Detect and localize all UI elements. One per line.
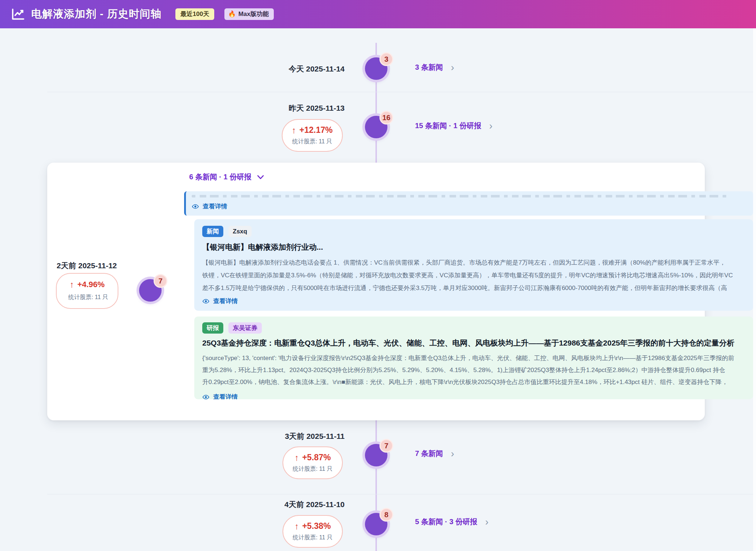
entry-link-label: 5 条新闻 · 3 份研报 — [415, 517, 477, 527]
change-row: ↑ +12.17% — [292, 125, 333, 135]
timeline-node[interactable]: 3 — [365, 57, 387, 80]
card-body-line: 铁锂，VC在铁锂里面的添加量是3.5%-6%（特别是储能，对循环充放电次数要求更… — [202, 269, 744, 282]
eye-icon — [202, 393, 210, 400]
date-range-badge: 最近100天 — [175, 8, 214, 20]
change-row: ↑ +5.87% — [293, 453, 333, 462]
entry-link-label: 7 条新闻 — [415, 449, 443, 458]
count-badge: 3 — [379, 52, 393, 66]
timeline-page: 电解液添加剂 - 历史时间轴 最近100天 🔥 Max版功能 今天 2025-1… — [0, 0, 756, 551]
timeline-node[interactable]: 8 — [365, 513, 387, 535]
page-title: 电解液添加剂 - 历史时间轴 — [31, 7, 162, 21]
chevron-right-icon: › — [485, 518, 488, 526]
timeline-node[interactable]: 16 — [365, 116, 387, 138]
news-card: 新闻 Zsxq 【银河电新】电解液添加剂行业动... 【银河电新】电解液添加剂行… — [194, 219, 753, 311]
card-title: 25Q3基金持仓深度：电新重仓Q3总体上升，电动车、光伏、储能、工控、电网、风电… — [202, 338, 744, 348]
change-pill: ↑ +12.17% 统计股票: 11 只 — [282, 119, 343, 152]
eye-icon — [192, 203, 199, 210]
entry-summary-label: 6 条新闻 · 1 份研报 — [189, 172, 251, 182]
chevron-right-icon: › — [451, 450, 454, 457]
entry-date: 4天前 2025-11-10 — [284, 499, 345, 510]
entry-news-link[interactable]: 5 条新闻 · 3 份研报 › — [415, 517, 488, 527]
change-percent: +4.96% — [77, 280, 105, 289]
source-tag: Zsxq — [228, 226, 252, 237]
entry-date: 2天前 2025-11-12 — [57, 261, 117, 271]
card-title: 【银河电新】电解液添加剂行业动... — [202, 242, 744, 252]
divider — [47, 92, 753, 92]
count-badge: 16 — [379, 111, 393, 125]
stats-text: 统计股票: 11 只 — [293, 465, 333, 473]
arrow-up-icon: ↑ — [294, 522, 299, 531]
stats-text: 统计股票: 11 只 — [293, 534, 333, 542]
entry-summary-toggle[interactable]: 6 条新闻 · 1 份研报 — [189, 172, 264, 182]
report-card: 研报 东吴证券 25Q3基金持仓深度：电新重仓Q3总体上升，电动车、光伏、储能、… — [194, 317, 753, 399]
change-row: ↑ +4.96% — [66, 280, 108, 289]
max-feature-label: Max版功能 — [238, 11, 269, 18]
max-feature-badge: 🔥 Max版功能 — [224, 8, 274, 20]
timeline-node[interactable]: 7 — [139, 279, 162, 302]
view-details-label: 查看详情 — [203, 202, 227, 211]
card-body-line: 重为5.28%，环比上升1.13pct。2024Q3-2025Q3持仓比例分别为… — [202, 364, 744, 376]
clipped-text-row — [192, 195, 731, 197]
broker-tag: 东吴证券 — [228, 322, 262, 334]
change-pill: ↑ +5.38% 统计股票: 11 只 — [283, 515, 343, 548]
arrow-up-icon: ↑ — [294, 453, 299, 462]
card-body-line: 差不多1.5万吨是给宁德保供的，只有5000吨在市场进行流通，宁德也还要外采3.… — [202, 282, 744, 294]
entry-date: 今天 2025-11-14 — [289, 64, 345, 74]
report-tag: 研报 — [202, 322, 223, 334]
card-body-line: 升0.29pct至2.00%，钠电池、复合集流体上涨。\r\n■新能源：光伏、风… — [202, 376, 744, 388]
chevron-down-icon — [257, 175, 264, 179]
scrollbar-track[interactable] — [753, 28, 756, 551]
arrow-up-icon: ↑ — [292, 126, 296, 135]
timeline-node[interactable]: 7 — [365, 444, 387, 466]
card-body-line: 【银河电新】电解液添加剂行业动态电话会要点 1、供需情况：VC当前供需很紧，头部… — [202, 256, 744, 269]
entry-link-label: 15 条新闻 · 1 份研报 — [415, 121, 481, 131]
count-badge: 7 — [154, 274, 167, 288]
count-badge: 8 — [379, 508, 393, 522]
entry-news-link[interactable]: 7 条新闻 › — [415, 449, 454, 458]
count-badge: 7 — [379, 439, 393, 453]
arrow-up-icon: ↑ — [70, 280, 74, 289]
news-card-clipped: 查看详情 — [184, 191, 753, 216]
entry-date: 3天前 2025-11-11 — [285, 431, 345, 441]
entry-news-link[interactable]: 15 条新闻 · 1 份研报 › — [415, 121, 492, 131]
fire-icon: 🔥 — [228, 11, 236, 18]
change-pill: ↑ +5.87% 统计股票: 11 只 — [283, 446, 343, 479]
card-tags: 研报 东吴证券 — [202, 322, 744, 334]
stats-text: 统计股票: 11 只 — [292, 138, 333, 146]
change-percent: +5.87% — [302, 453, 331, 462]
view-details-link[interactable]: 查看详情 — [202, 297, 744, 305]
entry-link-label: 3 条新闻 — [415, 62, 443, 72]
card-body-line: {'sourceType': 13, 'content': '电力设备行业深度报… — [202, 352, 744, 364]
view-details-link[interactable]: 查看详情 — [192, 202, 753, 211]
stats-text: 统计股票: 11 只 — [66, 292, 108, 302]
card-tags: 新闻 Zsxq — [202, 226, 744, 237]
change-row: ↑ +5.38% — [293, 521, 333, 531]
app-header: 电解液添加剂 - 历史时间轴 最近100天 🔥 Max版功能 — [0, 0, 756, 28]
eye-icon — [202, 298, 210, 305]
entry-news-link[interactable]: 3 条新闻 › — [415, 62, 454, 72]
chevron-right-icon: › — [489, 122, 492, 130]
change-percent: +5.38% — [302, 521, 331, 531]
view-details-label: 查看详情 — [213, 393, 238, 399]
change-pill: ↑ +4.96% 统计股票: 11 只 — [56, 273, 118, 309]
view-details-link[interactable]: 查看详情 — [202, 393, 744, 399]
change-percent: +12.17% — [300, 125, 333, 135]
entry-date: 昨天 2025-11-13 — [289, 103, 345, 113]
view-details-label: 查看详情 — [213, 297, 238, 305]
chevron-right-icon: › — [451, 64, 454, 71]
trend-chart-icon — [11, 7, 25, 21]
divider — [47, 494, 753, 494]
news-tag: 新闻 — [202, 226, 223, 237]
